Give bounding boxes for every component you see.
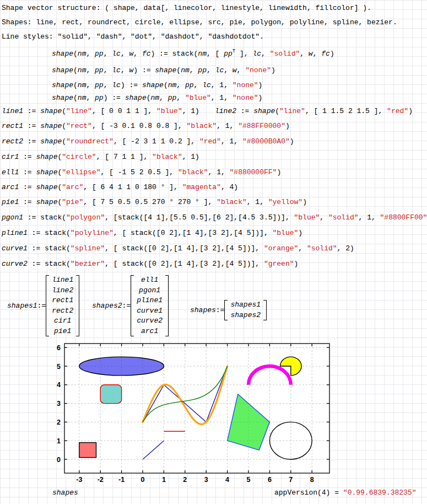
vector-shapes2-label: shapes2 <box>92 302 122 310</box>
def-shape-2args-token: nm <box>78 94 87 102</box>
def-shape-4args-token: pp <box>95 66 104 74</box>
def-rect2-token: "roundrect" <box>66 137 113 146</box>
def-pie1-token: ) <box>302 198 307 206</box>
def-rect1[interactable]: rect1 := shape("rect", [ -3 0.1 0.8 0.8 … <box>2 122 290 131</box>
def-shape-3args-token: ) <box>258 81 263 89</box>
def-arc1-token: "magenta" <box>182 183 221 191</box>
def-shape-2args-token: , <box>159 94 168 102</box>
def-rect1-token: , 1, <box>217 122 238 130</box>
def-shape-3args-token: pp <box>95 81 104 89</box>
def-shape-3args-token: ) := <box>121 81 142 89</box>
def-shape-4args-token: pp <box>198 66 207 74</box>
def-pline1-token: , [ stack([0 2],[1 4],[3 2],[4 5])], <box>113 229 273 237</box>
vector-shapes2[interactable]: shapes2 := ell1pgon1pline1curve1curve2ar… <box>92 275 169 336</box>
def-rect1-token: rect1 <box>2 122 23 130</box>
def-curve2[interactable]: curve2 := stack("bezier", [ stack([0 2],… <box>2 260 298 269</box>
def-shape-5args-token: fc <box>142 50 151 58</box>
def-shape-4args[interactable]: shape(nm, pp, lc, w) := shape(nm, pp, lc… <box>52 66 275 75</box>
def-shape-5args-token: , <box>261 50 270 58</box>
def-shape-5args-token: , <box>133 50 142 58</box>
def-shape-2args-token: shape <box>52 94 73 102</box>
def-curve1-token: , [ stack([0 2],[1 4],[3 2],[4 5])], <box>105 244 264 253</box>
def-curve1-token: , <box>298 244 307 253</box>
vector-shapes[interactable]: shapes := shapes1shapes2 <box>190 300 267 320</box>
def-arc1-token: "arc" <box>62 183 83 191</box>
def-pie1-token: shape <box>36 198 57 206</box>
def-pgon1-token: "#8800FF00" <box>380 213 427 222</box>
def-pie1[interactable]: pie1 := shape("pie", [ 7 5 0.5 0.5 270 °… <box>2 198 307 207</box>
def-rect2-token: ) <box>290 137 294 146</box>
def-curve2-token: "bezier" <box>71 260 105 268</box>
def-curve1[interactable]: curve1 := stack("spline", [ stack([0 2],… <box>2 244 354 253</box>
shapes-plot[interactable]: -3-2-10123456780123456 <box>47 339 336 492</box>
x-tick-label: 6 <box>268 476 272 484</box>
worksheet-canvas[interactable]: Shape vector structure: ( shape, data[, … <box>0 0 427 504</box>
def-shape-3args-token: lc <box>202 81 211 89</box>
y-tick-label: 3 <box>57 400 61 408</box>
def-shape-3args-token: pp <box>185 81 194 89</box>
def-cir1-token: , 1) <box>182 153 199 161</box>
matrix-item: line1 <box>52 275 73 286</box>
matrix-item: rect1 <box>52 296 73 306</box>
def-shape-4args-token: lc <box>112 66 121 74</box>
def-shape-4args-token: , <box>224 66 233 74</box>
def-pie1-token: pie1 <box>2 198 19 206</box>
def-line2-token: shape <box>253 107 275 115</box>
def-line1-token: := <box>23 107 40 115</box>
def-shape-3args-token: , <box>104 81 112 89</box>
def-ell1[interactable]: ell1 := shape("ellipse", [ -1 5 2 0.5 ],… <box>2 168 281 177</box>
y-tick-label: 6 <box>57 344 61 352</box>
def-curve1-token: "solid" <box>307 244 337 253</box>
def-shape-5args-token: ], <box>235 50 252 58</box>
def-shape-4args-token: nm <box>181 66 190 74</box>
def-arc1[interactable]: arc1 := shape("arc", [ 6 4 1 1 0 180 ° ]… <box>2 183 238 192</box>
def-shape-5args[interactable]: shape(nm, pp, lc, w, fc) := stack(nm, [ … <box>52 50 334 58</box>
vector-shapes1[interactable]: shapes1 := line1line2rect1rect2cir1pie1 <box>7 275 79 336</box>
def-rect2-token: rect2 <box>2 137 23 146</box>
header-shapes[interactable]: Shapes: line, rect, roundrect, circle, e… <box>2 18 397 27</box>
def-shape-5args-token: pp <box>224 50 233 58</box>
header-shapes-token: Shapes: line, rect, roundrect, circle, e… <box>2 18 397 26</box>
x-tick-label: 4 <box>225 476 229 484</box>
def-rect1-token: "black" <box>187 122 217 130</box>
def-shape-2args[interactable]: shape(nm, pp) := shape(nm, pp, "blue", 1… <box>52 94 262 103</box>
def-rect2-token: shape <box>40 137 62 146</box>
def-pgon1[interactable]: pgon1 := stack("polygon", [stack([4 1],[… <box>2 213 427 222</box>
header-linestyles[interactable]: Line styles: "solid", "dash", "dot", "da… <box>2 33 264 41</box>
def-shape-5args-token: nm <box>78 50 87 58</box>
def-line2-token: ( <box>275 107 279 115</box>
def-rect1-token: ) <box>285 122 290 130</box>
def-line1-token: "line" <box>66 107 92 115</box>
matrix-item: shapes1 <box>230 300 261 310</box>
matrix-bracket-right <box>76 275 79 336</box>
def-shape-2args-token: , <box>86 94 95 102</box>
matrix-item: pline1 <box>137 296 163 306</box>
def-curve2-token: "green" <box>264 260 294 268</box>
matrix-bracket-right <box>165 275 169 336</box>
def-shape-3args-token: nm <box>78 81 87 89</box>
def-shape-3args[interactable]: shape(nm, pp, lc) := shape(nm, pp, lc, 1… <box>52 81 262 90</box>
def-curve2-token: curve2 <box>2 260 28 268</box>
def-line1[interactable]: line1 := shape("line", [ 0 0 1 1 ], "blu… <box>2 107 199 116</box>
def-shape-4args-token: , <box>121 66 129 74</box>
def-arc1-token: arc1 <box>2 183 19 191</box>
def-arc1-token: , 4) <box>221 183 238 191</box>
def-shape-3args-token: ( <box>164 81 168 89</box>
y-tick-label: 2 <box>57 419 61 426</box>
vector-shapes1-label: shapes1 <box>7 302 37 310</box>
x-tick-label: 1 <box>162 476 166 484</box>
def-pline1-token: "blue" <box>273 229 299 237</box>
def-rect1-token: "#88FF0000" <box>238 122 285 130</box>
def-line1-token: "blue" <box>156 107 182 115</box>
x-tick-label: -3 <box>76 476 82 484</box>
def-line2-token: , [ 1 1.5 2 1.5 ], <box>305 107 387 115</box>
def-rect2[interactable]: rect2 := shape("roundrect", [ -2 3 1 1 0… <box>2 137 294 146</box>
header-structure[interactable]: Shape vector structure: ( shape, data[, … <box>2 4 371 13</box>
def-cir1[interactable]: cir1 := shape("circle", [ 7 1 1 ], "blac… <box>2 153 199 162</box>
def-pline1[interactable]: pline1 := stack("polyline", [ stack([0 2… <box>2 229 302 238</box>
x-tick-label: 2 <box>183 476 187 484</box>
def-shape-4args-token: , <box>104 66 112 74</box>
def-line2[interactable]: line2 := shape("line", [ 1 1.5 2 1.5 ], … <box>215 107 413 116</box>
assign-operator: := <box>122 302 131 310</box>
def-rect2-token: "#8000B0A0" <box>242 137 290 146</box>
